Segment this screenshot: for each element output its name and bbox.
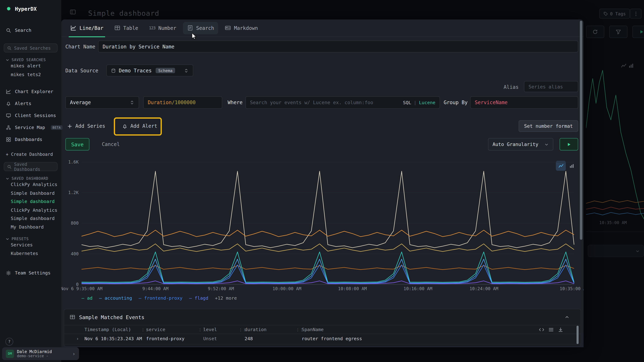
preset-item[interactable]: Services	[0, 241, 61, 249]
app-root: Simple dashboard 0 Tags 10:35:00 AM	[0, 0, 644, 362]
legend-label: frontend-proxy	[144, 296, 183, 301]
user-info: Dale McDiarmid demo-service -	[17, 349, 52, 358]
selector-icon	[130, 100, 134, 105]
legend-item[interactable]: — frontend-proxy	[139, 296, 182, 301]
event-row[interactable]: › Nov 6 10:35:23.243 AM frontend-proxy U…	[64, 335, 581, 344]
avatar: DM	[6, 350, 14, 358]
tab-number[interactable]: 123 Number	[145, 19, 180, 37]
sidebar-item-dashboards[interactable]: Dashboards	[0, 134, 61, 146]
sidebar-item-label: Client Sessions	[15, 113, 56, 118]
row-expander-icon[interactable]: ›	[76, 335, 79, 344]
legend-item[interactable]: — flagd	[189, 296, 208, 301]
sql-toggle[interactable]: SQL	[403, 100, 411, 105]
column-service[interactable]: service	[146, 325, 165, 335]
legend-item[interactable]: — ad	[82, 296, 92, 301]
row-density-icon[interactable]	[548, 327, 554, 332]
table-scrollbar[interactable]	[576, 326, 579, 344]
event-row[interactable]: › Nov 6 10:35:22.957 AM frontend-proxy U…	[64, 344, 581, 347]
alias-input[interactable]: Series alias	[524, 81, 578, 92]
svg-text:10:00:00 AM: 10:00:00 AM	[272, 286, 301, 291]
saved-searches-input[interactable]: Saved Searches	[4, 43, 58, 52]
field-input[interactable]: Duration/1000000	[143, 96, 222, 109]
add-alert-button[interactable]: Add Alert	[122, 123, 158, 129]
user-org: demo-service -	[17, 354, 52, 358]
row-expander-icon[interactable]: ›	[76, 344, 79, 347]
chevron-down-icon	[5, 58, 10, 62]
chart-name-input[interactable]: Duration by Service Name	[98, 40, 578, 52]
group-by-value: ServiceName	[475, 100, 508, 105]
modal-scrollbar[interactable]	[580, 21, 582, 240]
sidebar-item-label: Dashboards	[15, 137, 42, 142]
lucene-toggle[interactable]: Lucene	[419, 100, 436, 105]
saved-dashboards-input[interactable]: Saved Dashboards	[4, 162, 58, 171]
dashboard-item[interactable]: ClickPy Analytics	[0, 181, 61, 189]
saved-dashboards-header[interactable]: SAVED DASHBOARD	[0, 177, 61, 181]
add-series-label: Add Series	[75, 123, 105, 129]
aggregation-select[interactable]: Average	[66, 96, 139, 109]
sample-events-header: Sample Matched Events	[64, 309, 581, 325]
dashboard-item[interactable]: ClickPy Analytics	[0, 206, 61, 214]
column-spanname[interactable]: SpanName	[302, 325, 324, 335]
saved-searches-header[interactable]: SAVED SEARCHES	[0, 58, 61, 62]
sidebar-item-search[interactable]: Search	[0, 24, 61, 36]
sidebar-item-team-settings[interactable]: Team Settings	[0, 267, 61, 279]
app-logo[interactable]: HyperDX	[0, 0, 61, 12]
svg-text:800: 800	[71, 220, 79, 226]
help-button[interactable]: ?	[5, 338, 13, 346]
alias-label: Alias	[504, 84, 518, 90]
sidebar-item-label: Alerts	[15, 101, 31, 106]
tab-table[interactable]: Table	[110, 19, 142, 37]
cancel-button[interactable]: Cancel	[102, 141, 120, 147]
run-chart-button[interactable]	[560, 138, 578, 151]
where-input[interactable]: Search your events w/ Lucene ex. column:…	[246, 96, 440, 109]
dashboard-item[interactable]: Simple Dashboard	[0, 189, 61, 197]
saved-search-item[interactable]: mikes alert	[0, 62, 61, 70]
add-alert-label: Add Alert	[130, 123, 157, 129]
cell-spanname: router frontend egress	[302, 344, 362, 347]
saved-search-item[interactable]: mikes tets2	[0, 70, 61, 79]
markdown-icon	[225, 25, 231, 31]
save-button[interactable]: Save	[66, 138, 90, 151]
preset-item[interactable]: Kubernetes	[0, 249, 61, 258]
aggregation-value: Average	[70, 100, 91, 105]
chevron-down-icon	[5, 177, 10, 181]
legend-item[interactable]: — accounting	[99, 296, 132, 301]
code-view-icon[interactable]	[539, 327, 544, 332]
chart-name-label: Chart Name	[66, 44, 95, 49]
column-timestamp[interactable]: Timestamp (Local)	[84, 325, 131, 335]
tab-line-bar[interactable]: Line/Bar	[66, 19, 108, 37]
granularity-select[interactable]: Auto Granularity	[488, 138, 554, 151]
sidebar-item-service-map[interactable]: Service Map BETA	[0, 122, 61, 134]
dashboard-item[interactable]: Simple dashboard	[0, 215, 61, 223]
legend-more[interactable]: +12 more	[215, 296, 237, 301]
group-by-input[interactable]: ServiceName	[470, 96, 578, 109]
dashboard-item-active[interactable]: Simple dashboard	[0, 198, 61, 206]
data-source-select[interactable]: Demo Traces Schema	[106, 64, 194, 76]
set-number-format-button[interactable]: Set number format	[519, 120, 578, 132]
sidebar-item-client-sessions[interactable]: Client Sessions	[0, 110, 61, 122]
where-placeholder: Search your events w/ Lucene ex. column:…	[250, 100, 400, 105]
user-menu[interactable]: DM Dale McDiarmid demo-service - ›	[2, 347, 79, 360]
column-level[interactable]: level	[203, 325, 217, 335]
document-search-icon	[187, 25, 194, 31]
tab-markdown[interactable]: Markdown	[221, 19, 262, 37]
legend-dash: —	[189, 296, 192, 301]
sidebar: HyperDX Search Saved Searches SAVED SEAR…	[0, 0, 61, 362]
sidebar-item-alerts[interactable]: Alerts	[0, 98, 61, 110]
tab-label: Search	[196, 25, 214, 31]
sidebar-item-chart-explorer[interactable]: Chart Explorer	[0, 86, 61, 98]
cell-service: frontend-proxy	[146, 344, 184, 347]
add-series-button[interactable]: Add Series	[67, 123, 105, 129]
cell-timestamp: Nov 6 10:35:23.243 AM	[84, 335, 142, 344]
svg-text:10:08:00 AM: 10:08:00 AM	[338, 286, 367, 291]
column-duration[interactable]: duration	[244, 325, 266, 335]
dashboard-item[interactable]: My Dashboard	[0, 223, 61, 231]
bell-icon	[122, 124, 128, 129]
tab-label: Line/Bar	[80, 25, 104, 31]
collapse-section-icon[interactable]	[564, 315, 570, 320]
presets-header[interactable]: PRESETS	[0, 237, 61, 241]
svg-text:Nov 6 9:35:00 AM: Nov 6 9:35:00 AM	[61, 286, 102, 291]
download-icon[interactable]	[558, 327, 563, 332]
tab-search[interactable]: Search	[183, 22, 218, 34]
create-dashboard-button[interactable]: + Create Dashboard	[0, 149, 61, 160]
